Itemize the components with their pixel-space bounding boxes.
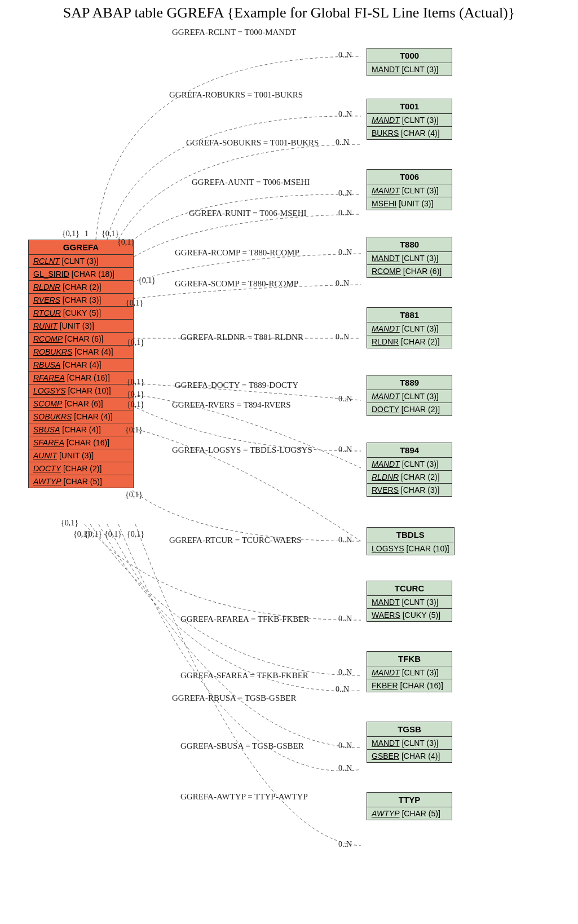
cardinality-n: 0..N bbox=[338, 110, 352, 119]
relationship-label: GGREFA-RCLNT = T000-MANDT bbox=[172, 28, 296, 37]
related-field-row: RVERS [CHAR (3)] bbox=[367, 484, 452, 496]
related-entity-header: T001 bbox=[367, 99, 452, 114]
related-field-row: RLDNR [CHAR (2)] bbox=[367, 335, 452, 348]
cardinality-source: {0,1} bbox=[127, 338, 144, 347]
related-entity-header: T889 bbox=[367, 375, 452, 390]
related-entity-header: T006 bbox=[367, 170, 452, 184]
relationship-label: GGREFA-RCOMP = T880-RCOMP bbox=[175, 248, 299, 258]
cardinality-n: 0..N bbox=[338, 668, 352, 677]
related-entity-tgsb: TGSBMANDT [CLNT (3)]GSBER [CHAR (4)] bbox=[367, 722, 452, 763]
related-entity-header: TGSB bbox=[367, 722, 452, 737]
related-field-row: MANDT [CLNT (3)] bbox=[367, 737, 452, 750]
cardinality-n: 0..N bbox=[338, 536, 352, 545]
cardinality-source: {0,1} bbox=[127, 530, 144, 539]
related-entity-header: T894 bbox=[367, 443, 452, 458]
cardinality-n: 0..N bbox=[336, 333, 349, 342]
cardinality-n: 0..N bbox=[338, 445, 352, 454]
relationship-label: GGREFA-RFAREA = TFKB-FKBER bbox=[180, 614, 310, 624]
relationship-label: GGREFA-AUNIT = T006-MSEHI bbox=[192, 178, 310, 187]
related-entity-t880: T880MANDT [CLNT (3)]RCOMP [CHAR (6)] bbox=[367, 237, 452, 278]
relationship-label: GGREFA-RLDNR = T881-RLDNR bbox=[180, 333, 303, 342]
relationship-label: GGREFA-AWTYP = TTYP-AWTYP bbox=[180, 792, 308, 802]
related-field-row: BUKRS [CHAR (4)] bbox=[367, 127, 452, 139]
main-field-row: LOGSYS [CHAR (10)] bbox=[29, 384, 133, 397]
relationship-label: GGREFA-RVERS = T894-RVERS bbox=[172, 400, 291, 410]
related-field-row: WAERS [CUKY (5)] bbox=[367, 609, 452, 621]
cardinality-source: {0,1} bbox=[102, 229, 119, 238]
cardinality-n: 0..N bbox=[338, 189, 352, 198]
related-entity-t881: T881MANDT [CLNT (3)]RLDNR [CHAR (2)] bbox=[367, 307, 452, 348]
cardinality-source: {0,1} bbox=[104, 530, 122, 539]
related-field-row: MSEHI [UNIT (3)] bbox=[367, 197, 452, 210]
related-entity-tbdls: TBDLSLOGSYS [CHAR (10)] bbox=[367, 527, 455, 555]
cardinality-source: {0,1} bbox=[125, 490, 143, 499]
cardinality-n: 0..N bbox=[336, 279, 349, 288]
diagram-title: SAP ABAP table GGREFA {Example for Globa… bbox=[0, 0, 578, 21]
main-field-row: ROBUKRS [CHAR (4)] bbox=[29, 346, 133, 359]
main-field-row: SOBUKRS [CHAR (4)] bbox=[29, 410, 133, 423]
main-field-row: SBUSA [CHAR (4)] bbox=[29, 423, 133, 436]
cardinality-source: 1 bbox=[85, 229, 89, 238]
main-entity-ggrefa: GGREFA RCLNT [CLNT (3)]GL_SIRID [CHAR (1… bbox=[28, 240, 134, 488]
cardinality-n: 0..N bbox=[338, 741, 352, 750]
cardinality-source: {0,1} bbox=[127, 378, 144, 387]
related-field-row: MANDT [CLNT (3)] bbox=[367, 322, 452, 335]
related-entity-t889: T889MANDT [CLNT (3)]DOCTY [CHAR (2)] bbox=[367, 375, 452, 416]
main-field-row: RCLNT [CLNT (3)] bbox=[29, 255, 133, 268]
cardinality-source: {0,1} bbox=[125, 426, 143, 435]
cardinality-source: {0,1} bbox=[138, 276, 156, 285]
main-field-row: RTCUR [CUKY (5)] bbox=[29, 307, 133, 320]
cardinality-source: {0,1} bbox=[127, 400, 144, 409]
related-field-row: MANDT [CLNT (3)] bbox=[367, 390, 452, 403]
related-field-row: RLDNR [CHAR (2)] bbox=[367, 471, 452, 484]
cardinality-source: 0..N bbox=[338, 840, 352, 849]
relationship-label: GGREFA-RUNIT = T006-MSEHI bbox=[189, 209, 306, 218]
main-field-row: DOCTY [CHAR (2)] bbox=[29, 462, 133, 475]
related-entity-t001: T001MANDT [CLNT (3)]BUKRS [CHAR (4)] bbox=[367, 99, 452, 140]
cardinality-source: {0,1} bbox=[85, 530, 102, 539]
cardinality-n: 0..N bbox=[338, 209, 352, 218]
related-field-row: MANDT [CLNT (3)] bbox=[367, 596, 452, 609]
related-field-row: MANDT [CLNT (3)] bbox=[367, 252, 452, 265]
related-entity-header: TCURC bbox=[367, 581, 452, 596]
relationship-label: GGREFA-RBUSA = TGSB-GSBER bbox=[172, 693, 296, 703]
cardinality-n: 0..N bbox=[338, 395, 352, 404]
related-field-row: AWTYP [CHAR (5)] bbox=[367, 807, 452, 820]
related-field-row: RCOMP [CHAR (6)] bbox=[367, 265, 452, 277]
cardinality-n: 0..N bbox=[338, 764, 352, 773]
cardinality-n: 0..N bbox=[338, 248, 352, 257]
cardinality-n: 0..N bbox=[336, 685, 349, 694]
relationship-label: GGREFA-DOCTY = T889-DOCTY bbox=[175, 381, 298, 390]
related-field-row: MANDT [CLNT (3)] bbox=[367, 458, 452, 471]
related-entity-tcurc: TCURCMANDT [CLNT (3)]WAERS [CUKY (5)] bbox=[367, 581, 452, 622]
related-field-row: LOGSYS [CHAR (10)] bbox=[367, 542, 454, 555]
related-field-row: MANDT [CLNT (3)] bbox=[367, 63, 452, 76]
main-field-row: AWTYP [CHAR (5)] bbox=[29, 475, 133, 488]
main-field-row: RBUSA [CHAR (4)] bbox=[29, 359, 133, 372]
relationship-label: GGREFA-RTCUR = TCURC-WAERS bbox=[169, 536, 302, 545]
main-field-row: RLDNR [CHAR (2)] bbox=[29, 281, 133, 294]
main-field-row: RCOMP [CHAR (6)] bbox=[29, 333, 133, 346]
cardinality-n: 0..N bbox=[336, 138, 349, 147]
relationship-label: GGREFA-LOGSYS = TBDLS-LOGSYS bbox=[172, 445, 312, 455]
main-field-row: GL_SIRID [CHAR (18)] bbox=[29, 268, 133, 281]
related-field-row: GSBER [CHAR (4)] bbox=[367, 750, 452, 762]
main-field-row: AUNIT [UNIT (3)] bbox=[29, 449, 133, 462]
cardinality-source: {0,1} bbox=[127, 390, 144, 399]
cardinality-source: {0,1} bbox=[62, 229, 80, 238]
main-field-row: RUNIT [UNIT (3)] bbox=[29, 320, 133, 333]
related-entity-t000: T000MANDT [CLNT (3)] bbox=[367, 48, 452, 76]
relationship-label: GGREFA-ROBUKRS = T001-BUKRS bbox=[169, 90, 303, 100]
related-entity-t894: T894MANDT [CLNT (3)]RLDNR [CHAR (2)]RVER… bbox=[367, 443, 452, 497]
main-field-row: RFAREA [CHAR (16)] bbox=[29, 372, 133, 384]
cardinality-source: {0,1} bbox=[117, 238, 135, 247]
relationship-label: GGREFA-SBUSA = TGSB-GSBER bbox=[180, 741, 304, 751]
cardinality-n: 0..N bbox=[338, 51, 352, 60]
related-entity-header: TFKB bbox=[367, 652, 452, 666]
main-field-row: SCOMP [CHAR (6)] bbox=[29, 397, 133, 410]
cardinality-source: {0,1} bbox=[126, 299, 143, 308]
related-entity-header: TTYP bbox=[367, 793, 452, 807]
related-field-row: MANDT [CLNT (3)] bbox=[367, 666, 452, 679]
related-entity-header: T000 bbox=[367, 48, 452, 63]
related-field-row: FKBER [CHAR (16)] bbox=[367, 679, 452, 692]
